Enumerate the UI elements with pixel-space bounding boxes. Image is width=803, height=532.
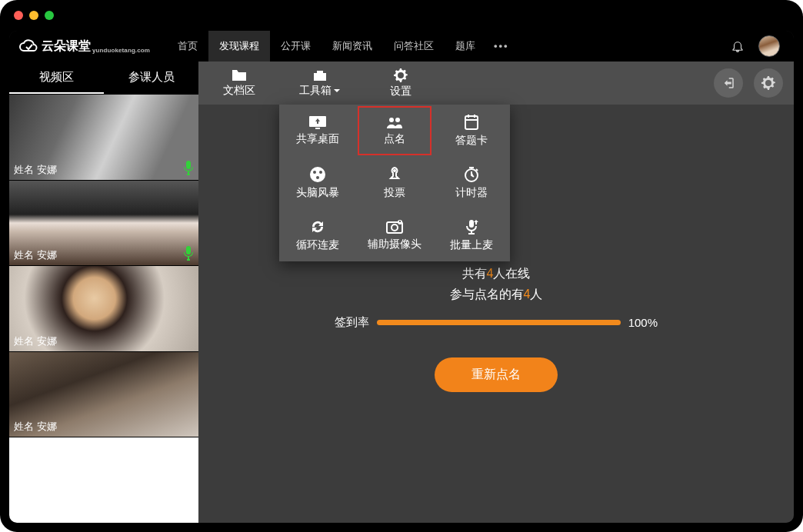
calendar-icon: [464, 114, 479, 131]
close-button[interactable]: [14, 11, 23, 20]
nav-news[interactable]: 新闻资讯: [322, 31, 383, 62]
exit-icon: [721, 76, 735, 90]
nav-links: 首页 发现课程 公开课 新闻资讯 问答社区 题库 •••: [167, 31, 517, 62]
camera-icon: [385, 219, 404, 234]
folder-icon: [231, 68, 248, 82]
tab-people[interactable]: 参课人员: [104, 62, 198, 94]
brand-sub: yunduoketang.com: [92, 47, 150, 54]
tool-docs[interactable]: 文档区: [198, 62, 279, 105]
nav-home[interactable]: 首页: [167, 31, 208, 62]
gear-icon: [393, 68, 408, 83]
people-icon: [385, 115, 404, 129]
redo-rollcall-button[interactable]: 重新点名: [435, 357, 558, 392]
main-body: 视频区 参课人员 姓名 安娜 姓名 安娜: [9, 62, 794, 523]
nav-qa[interactable]: 问答社区: [383, 31, 445, 62]
menu-brainstorm[interactable]: 头脑风暴: [279, 157, 356, 209]
rate-label: 签到率: [335, 315, 369, 330]
loop-icon: [309, 218, 326, 235]
menu-vote[interactable]: 投票: [356, 157, 433, 209]
video-name: 姓名 安娜: [9, 417, 65, 437]
vote-icon: [386, 166, 403, 183]
nav-open[interactable]: 公开课: [270, 31, 322, 62]
video-tile[interactable]: 姓名 安娜: [9, 351, 198, 437]
brand-logo[interactable]: 云朵课堂 yunduoketang.com: [18, 38, 150, 55]
minimize-button[interactable]: [29, 11, 38, 20]
svg-point-2: [395, 118, 400, 122]
window-controls: [14, 11, 54, 20]
brainstorm-icon: [309, 166, 326, 183]
menu-timer[interactable]: 计时器: [433, 157, 510, 209]
exit-button[interactable]: [714, 68, 743, 98]
svg-point-7: [316, 176, 319, 179]
nav-bank[interactable]: 题库: [445, 31, 486, 62]
menu-answer-card[interactable]: 答题卡: [433, 105, 510, 157]
nav-more-icon[interactable]: •••: [486, 31, 517, 62]
sidebar-tabs: 视频区 参课人员: [9, 62, 198, 94]
video-tile-blank: [9, 437, 198, 523]
svg-point-6: [319, 171, 322, 174]
svg-rect-3: [465, 116, 478, 129]
svg-point-1: [389, 118, 394, 122]
toolbox-dropdown: 共享桌面 点名 答题卡 头脑风暴: [279, 105, 510, 261]
mic-up-icon: [464, 218, 479, 235]
menu-share-desktop[interactable]: 共享桌面: [279, 105, 356, 157]
app-window: 云朵课堂 yunduoketang.com 首页 发现课程 公开课 新闻资讯 问…: [0, 0, 803, 532]
toolbar: 文档区 工具箱 设置: [198, 62, 794, 105]
top-nav-right: [731, 35, 785, 57]
brand-name: 云朵课堂: [42, 38, 91, 55]
content-area: 文档区 工具箱 设置: [198, 62, 794, 523]
video-name: 姓名 安娜: [9, 331, 65, 351]
menu-batch-mic[interactable]: 批量上麦: [433, 209, 510, 261]
rate-bar: [377, 320, 621, 325]
bell-icon[interactable]: [731, 39, 745, 53]
tool-toolbox[interactable]: 工具箱: [279, 62, 360, 105]
app-inner: 云朵课堂 yunduoketang.com 首页 发现课程 公开课 新闻资讯 问…: [9, 31, 794, 523]
video-tile[interactable]: 姓名 安娜: [9, 94, 198, 180]
mic-icon[interactable]: [183, 160, 194, 175]
rate-percent: 100%: [628, 316, 658, 329]
participated-line: 参与点名的有4人: [450, 287, 543, 303]
tab-video[interactable]: 视频区: [9, 62, 104, 94]
online-count-line: 共有4人在线: [462, 266, 531, 282]
menu-roll-call[interactable]: 点名: [356, 105, 433, 157]
nav-discover[interactable]: 发现课程: [208, 31, 270, 62]
video-tile[interactable]: 姓名 安娜: [9, 180, 198, 266]
video-list: 姓名 安娜 姓名 安娜 姓名 安娜: [9, 94, 198, 523]
video-sidebar: 视频区 参课人员 姓名 安娜 姓名 安娜: [9, 62, 198, 523]
svg-point-8: [393, 169, 396, 172]
video-name: 姓名 安娜: [9, 160, 65, 180]
top-nav: 云朵课堂 yunduoketang.com 首页 发现课程 公开课 新闻资讯 问…: [9, 31, 794, 62]
zoom-button[interactable]: [45, 11, 54, 20]
svg-point-11: [392, 224, 398, 231]
checkin-rate-row: 签到率 100%: [335, 315, 658, 330]
cloud-icon: [18, 38, 38, 55]
toolbox-icon: [312, 68, 328, 82]
svg-rect-13: [469, 220, 474, 228]
gear-icon: [761, 75, 776, 91]
user-avatar[interactable]: [758, 35, 780, 57]
settings-button[interactable]: [754, 68, 783, 98]
svg-point-4: [310, 167, 325, 182]
mic-icon[interactable]: [183, 245, 194, 261]
video-name: 姓名 安娜: [9, 245, 65, 265]
screen-share-icon: [308, 115, 327, 129]
menu-aux-camera[interactable]: 辅助摄像头: [356, 209, 433, 261]
tool-settings[interactable]: 设置: [360, 62, 441, 105]
timer-icon: [463, 166, 480, 183]
menu-loop-mic[interactable]: 循环连麦: [279, 209, 356, 261]
video-tile[interactable]: 姓名 安娜: [9, 265, 198, 351]
svg-point-5: [313, 171, 316, 174]
